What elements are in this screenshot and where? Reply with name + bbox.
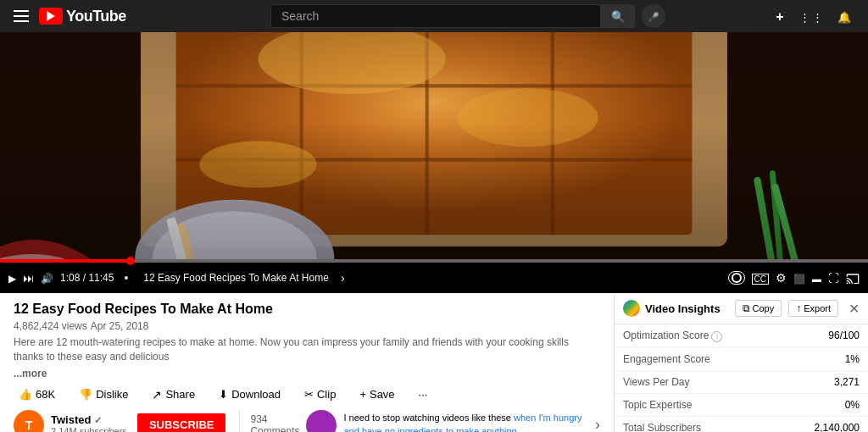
insights-row-label: Views Per Day [623, 376, 689, 388]
skip-icon [23, 271, 34, 285]
chevron-button[interactable]: › [341, 271, 345, 285]
more-icon: ··· [419, 388, 428, 401]
yt-logo-text: YouTube [66, 8, 126, 25]
video-meta: 4,862,424 views Apr 25, 2018 Here are 12… [14, 320, 600, 379]
header-right [753, 6, 854, 26]
comment-preview[interactable]: I need to stop watching videos like thes… [343, 412, 588, 432]
channel-row: T Twisted 2.14M subscribers SUBSCRIBE 93… [14, 410, 600, 432]
autoplay-icon [728, 271, 745, 285]
total-time: 11:45 [88, 272, 114, 284]
hamburger-menu[interactable] [14, 10, 29, 22]
player-controls: 1:08 / 11:45 • 12 Easy Food Recipes To M… [0, 263, 868, 293]
create-button[interactable] [770, 6, 790, 26]
mic-icon [648, 9, 659, 23]
video-title: 12 Easy Food Recipes To Make At Home [14, 302, 600, 317]
search-bar [270, 4, 601, 28]
search-area [183, 4, 753, 28]
skip-button[interactable] [23, 271, 34, 285]
add-icon [776, 8, 783, 25]
right-controls [728, 271, 860, 285]
settings-icon [776, 271, 787, 285]
settings-button[interactable] [776, 271, 787, 285]
insights-panel: Video Insights Copy Export ✕ Optimizatio… [614, 293, 868, 432]
clip-icon [304, 388, 314, 401]
copy-icon [743, 302, 750, 314]
verified-icon [94, 413, 102, 426]
insights-row: Optimization Scorei 96/100 [615, 324, 868, 348]
fullscreen-button[interactable] [828, 271, 839, 285]
video-player: 1:08 / 11:45 • 12 Easy Food Recipes To M… [0, 32, 868, 293]
volume-button[interactable] [41, 271, 53, 285]
meta-date: Apr 25, 2018 [91, 320, 149, 332]
search-input[interactable] [271, 9, 600, 23]
save-icon [359, 388, 366, 401]
channel-name-text: Twisted [51, 413, 91, 426]
share-button[interactable]: Share [147, 385, 200, 405]
share-label: Share [165, 388, 195, 401]
youtube-logo[interactable]: YouTube [39, 8, 126, 25]
insights-logo [623, 300, 640, 317]
more-link[interactable]: ...more [14, 368, 47, 379]
more-button[interactable]: ··· [414, 385, 433, 404]
miniplayer-icon [793, 271, 805, 285]
header-left: YouTube [14, 8, 183, 25]
download-button[interactable]: Download [214, 385, 286, 404]
play-icon [8, 271, 16, 285]
cc-icon [752, 271, 769, 285]
clip-label: Clip [317, 388, 336, 401]
insights-row-value: 0% [845, 399, 860, 411]
search-icon [611, 9, 625, 23]
export-button[interactable]: Export [788, 300, 838, 317]
yt-logo-icon [39, 8, 63, 25]
autoplay-button[interactable] [728, 271, 745, 285]
below-video: 12 Easy Food Recipes To Make At Home 4,8… [0, 293, 868, 432]
subscribe-button[interactable]: SUBSCRIBE [137, 413, 226, 432]
cast-button[interactable] [846, 272, 860, 284]
mic-button[interactable] [642, 4, 665, 28]
insights-row: Topic Expertise 0% [615, 394, 868, 417]
info-icon[interactable]: i [711, 331, 722, 342]
insights-rows: Optimization Scorei 96/100 Engagement Sc… [615, 324, 868, 432]
save-button[interactable]: Save [354, 385, 399, 404]
apps-button[interactable] [802, 6, 822, 26]
video-title-control: 12 Easy Food Recipes To Make At Home [143, 272, 329, 284]
theatre-button[interactable] [812, 271, 821, 285]
channel-subscribers: 2.14M subscribers [51, 426, 127, 432]
comment-avatar [306, 410, 337, 432]
like-count: 68K [36, 388, 55, 401]
insights-actions: Copy Export ✕ [735, 300, 860, 317]
fullscreen-icon [828, 271, 839, 285]
insights-row: Views Per Day 3,271 [615, 371, 868, 394]
cc-button[interactable] [752, 271, 769, 285]
search-button[interactable] [601, 4, 635, 28]
insights-row-label: Total Subscribers [623, 422, 701, 433]
insights-row-value: 96/100 [828, 330, 860, 341]
copy-button[interactable]: Copy [735, 300, 782, 317]
video-overlay [0, 32, 868, 259]
progress-dot[interactable] [126, 257, 135, 265]
dislike-button[interactable]: Dislike [74, 385, 133, 404]
clip-button[interactable]: Clip [299, 385, 341, 404]
like-button[interactable]: 68K [14, 385, 60, 404]
dislike-icon [79, 388, 92, 401]
comment-arrow-icon[interactable]: › [595, 416, 600, 432]
insights-row: Total Subscribers 2,140,000 [615, 417, 868, 433]
action-bar: 68K Dislike Share Download Clip Save [14, 385, 600, 405]
notifications-button[interactable] [834, 6, 854, 26]
save-label: Save [370, 388, 395, 401]
avatar-initials: T [25, 418, 33, 432]
video-frame[interactable] [0, 32, 868, 259]
dislike-label: Dislike [96, 388, 128, 401]
download-icon [219, 388, 228, 401]
miniplayer-button[interactable] [793, 271, 805, 285]
insights-close-button[interactable]: ✕ [849, 301, 860, 317]
channel-name[interactable]: Twisted [51, 413, 127, 426]
time-display: 1:08 / 11:45 [60, 272, 114, 284]
comments-label: Comments [250, 425, 299, 432]
progress-bar-container[interactable] [0, 259, 868, 263]
chevron-icon: › [341, 271, 345, 285]
cast-icon [846, 272, 860, 284]
play-button[interactable] [8, 271, 16, 285]
like-icon [19, 388, 32, 401]
insights-row-label: Topic Expertise [623, 399, 692, 411]
